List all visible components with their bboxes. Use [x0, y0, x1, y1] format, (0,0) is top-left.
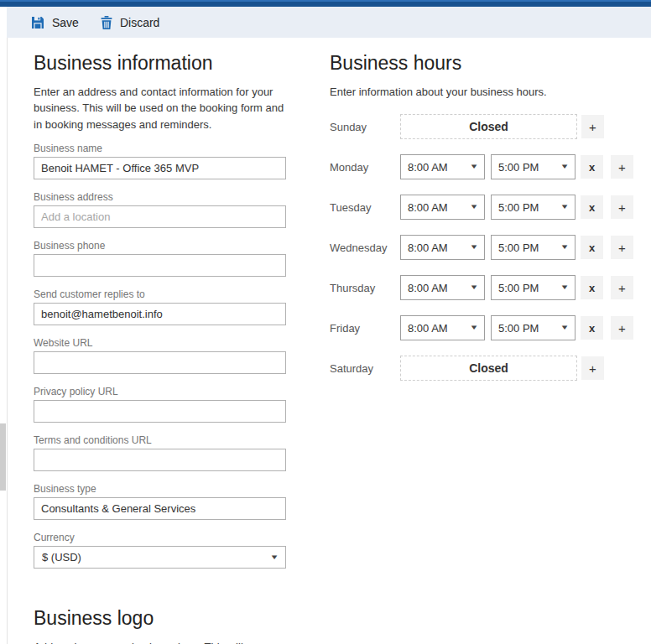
business-info-fields: Business name Business address Business …	[34, 143, 286, 569]
hours-row-friday: Friday 8:00 AM ▼ 5:00 PM ▼ x +	[330, 315, 637, 340]
closed-box: Closed	[400, 356, 577, 381]
form-field: Business address	[34, 191, 286, 228]
remove-hours-button[interactable]: x	[581, 316, 603, 340]
form-field: Send customer replies to	[34, 288, 286, 325]
hours-row-saturday: Saturday Closed +	[330, 356, 637, 381]
send-customer-replies-to-input[interactable]	[34, 303, 286, 325]
remove-hours-button[interactable]: x	[581, 155, 603, 179]
business-name-input[interactable]	[34, 157, 286, 179]
end-time-select[interactable]: 5:00 PM ▼	[491, 154, 575, 179]
chevron-down-icon: ▼	[560, 204, 569, 210]
save-button[interactable]: Save	[31, 16, 79, 29]
hours-row-thursday: Thursday 8:00 AM ▼ 5:00 PM ▼ x +	[330, 275, 637, 300]
scrollbar-thumb[interactable]	[0, 423, 6, 491]
business-logo-description: Add or change your business logo. This w…	[34, 639, 286, 644]
currency-label: Currency	[34, 532, 286, 543]
send-customer-replies-to-label: Send customer replies to	[34, 288, 286, 300]
discard-button[interactable]: Discard	[101, 16, 159, 29]
remove-hours-button[interactable]: x	[581, 195, 603, 219]
end-time-select[interactable]: 5:00 PM ▼	[491, 315, 575, 340]
day-label: Monday	[330, 161, 400, 174]
start-time-select[interactable]: 8:00 AM ▼	[400, 235, 485, 260]
business-information-description: Enter an address and contact information…	[34, 84, 286, 133]
day-label: Tuesday	[330, 201, 400, 214]
form-field: Terms and conditions URL	[34, 434, 286, 471]
hours-row-sunday: Sunday Closed +	[330, 114, 637, 139]
day-label: Wednesday	[330, 242, 400, 254]
add-hours-button[interactable]: +	[611, 155, 633, 179]
chevron-down-icon: ▼	[469, 164, 478, 170]
form-field: Currency $ (USD) ▼	[34, 532, 286, 569]
business-hours-title: Business hours	[330, 52, 637, 75]
website-url-label: Website URL	[34, 337, 286, 349]
business-information-section: Business information Enter an address an…	[34, 52, 286, 644]
form-field: Business phone	[34, 240, 286, 277]
chevron-down-icon: ▼	[560, 164, 569, 170]
add-hours-button[interactable]: +	[611, 276, 633, 299]
currency-dropdown[interactable]: $ (USD) ▼	[34, 546, 286, 569]
start-time-value: 8:00 AM	[408, 161, 448, 174]
privacy-policy-url-input[interactable]	[34, 400, 286, 423]
end-time-value: 5:00 PM	[498, 322, 539, 335]
business-phone-input[interactable]	[34, 254, 286, 277]
chevron-down-icon: ▼	[469, 244, 478, 251]
start-time-value: 8:00 AM	[408, 242, 448, 254]
form-field: Business type	[34, 483, 286, 520]
start-time-select[interactable]: 8:00 AM ▼	[400, 275, 485, 300]
discard-button-label: Discard	[120, 16, 159, 29]
day-label: Thursday	[330, 282, 400, 294]
chevron-down-icon: ▼	[560, 244, 569, 251]
remove-hours-button[interactable]: x	[581, 276, 603, 299]
business-type-input[interactable]	[34, 497, 286, 520]
start-time-select[interactable]: 8:00 AM ▼	[400, 315, 485, 340]
form-field: Website URL	[34, 337, 286, 374]
add-hours-button[interactable]: +	[611, 316, 633, 340]
end-time-value: 5:00 PM	[498, 242, 539, 254]
add-hours-button[interactable]: +	[581, 356, 604, 380]
hours-row-tuesday: Tuesday 8:00 AM ▼ 5:00 PM ▼ x +	[330, 195, 637, 220]
business-name-label: Business name	[34, 143, 286, 154]
vertical-scrollbar[interactable]	[0, 38, 6, 644]
chevron-down-icon: ▼	[469, 204, 478, 210]
terms-and-conditions-url-label: Terms and conditions URL	[34, 434, 286, 446]
business-logo-section: Business logo Add or change your busines…	[34, 607, 286, 644]
business-information-title: Business information	[34, 52, 286, 75]
end-time-select[interactable]: 5:00 PM ▼	[491, 235, 575, 260]
form-field: Business name	[34, 143, 286, 179]
settings-page: Business information Enter an address an…	[7, 38, 651, 644]
business-logo-title: Business logo	[34, 607, 286, 631]
save-button-label: Save	[52, 16, 79, 29]
end-time-select[interactable]: 5:00 PM ▼	[491, 275, 575, 300]
add-hours-button[interactable]: +	[581, 115, 604, 138]
chevron-down-icon: ▼	[560, 325, 569, 331]
end-time-value: 5:00 PM	[498, 282, 539, 294]
end-time-value: 5:00 PM	[498, 201, 539, 214]
start-time-value: 8:00 AM	[408, 282, 448, 294]
closed-box: Closed	[400, 114, 577, 139]
chevron-down-icon: ▼	[469, 325, 478, 331]
add-hours-button[interactable]: +	[611, 236, 633, 259]
form-field: Privacy policy URL	[34, 386, 286, 423]
hours-row-wednesday: Wednesday 8:00 AM ▼ 5:00 PM ▼ x +	[330, 235, 637, 260]
business-hours-list: Sunday Closed + Monday 8:00 AM ▼ 5:00 PM…	[330, 114, 637, 381]
terms-and-conditions-url-input[interactable]	[34, 449, 286, 471]
day-label: Saturday	[330, 362, 400, 375]
end-time-select[interactable]: 5:00 PM ▼	[491, 195, 575, 220]
start-time-select[interactable]: 8:00 AM ▼	[400, 154, 485, 179]
remove-hours-button[interactable]: x	[581, 236, 603, 259]
start-time-select[interactable]: 8:00 AM ▼	[400, 195, 485, 220]
dropdown-value: $ (USD)	[42, 551, 81, 564]
day-label: Friday	[330, 322, 400, 335]
chevron-down-icon: ▼	[269, 554, 279, 561]
add-hours-button[interactable]: +	[611, 195, 633, 219]
business-address-input[interactable]	[34, 205, 286, 228]
business-hours-section: Business hours Enter information about y…	[330, 52, 637, 644]
save-icon	[31, 16, 44, 29]
website-url-input[interactable]	[34, 351, 286, 374]
chevron-down-icon: ▼	[469, 284, 478, 291]
hours-row-monday: Monday 8:00 AM ▼ 5:00 PM ▼ x +	[330, 154, 637, 179]
end-time-value: 5:00 PM	[498, 161, 539, 174]
suite-bar	[0, 0, 651, 7]
start-time-value: 8:00 AM	[408, 201, 448, 214]
business-address-label: Business address	[34, 191, 286, 203]
